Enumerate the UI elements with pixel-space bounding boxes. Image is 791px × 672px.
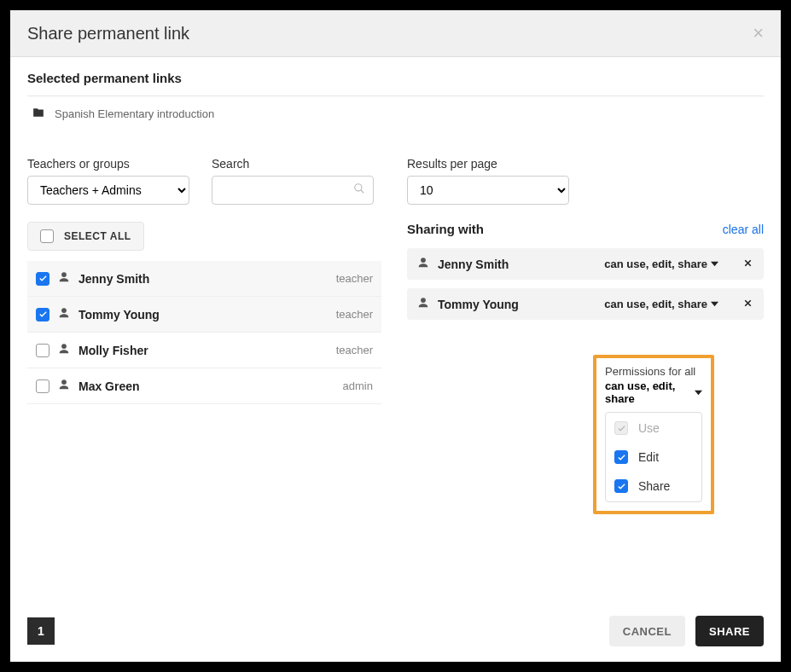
caret-down-icon [695, 386, 702, 399]
folder-icon [31, 107, 46, 121]
person-checkbox[interactable] [36, 379, 49, 393]
person-role: teacher [336, 272, 373, 285]
caret-down-icon [711, 258, 718, 270]
pagination-current[interactable]: 1 [27, 617, 55, 645]
sharing-row: Jenny Smith can use, edit, share [407, 248, 764, 280]
permission-option-use: Use [614, 421, 693, 435]
list-item[interactable]: Jenny Smith teacher [27, 261, 381, 297]
permissions-summary-dropdown[interactable]: can use, edit, share [605, 379, 702, 405]
teachers-groups-label: Teachers or groups [27, 157, 189, 171]
permission-option-edit[interactable]: Edit [614, 450, 693, 464]
person-icon [58, 343, 70, 357]
person-checkbox[interactable] [36, 272, 49, 286]
permissions-caption: Permissions for all [605, 365, 702, 378]
share-checkbox[interactable] [614, 479, 628, 493]
selected-link-row: Spanish Elementary introduction [27, 96, 764, 131]
person-role: teacher [336, 308, 373, 321]
close-icon[interactable]: × [753, 22, 764, 44]
permission-option-share[interactable]: Share [614, 479, 693, 493]
teachers-groups-select[interactable]: Teachers + Admins [27, 176, 189, 205]
caret-down-icon [711, 298, 718, 310]
permissions-options: Use Edit Share [605, 412, 702, 502]
selected-links-heading: Selected permanent links [27, 71, 764, 85]
modal-header: Share permanent link × [10, 10, 781, 57]
list-item[interactable]: Max Green admin [27, 368, 381, 404]
person-role: teacher [336, 344, 373, 356]
sharing-with-heading: Sharing with [407, 222, 484, 236]
permissions-summary-label: can use, edit, share [605, 379, 691, 405]
remove-icon[interactable] [742, 298, 753, 311]
person-name: Molly Fisher [79, 344, 148, 357]
permissions-for-all-panel: Permissions for all can use, edit, share… [593, 355, 714, 514]
permission-label: can use, edit, share [604, 298, 707, 310]
svg-line-1 [361, 190, 364, 194]
search-icon [353, 182, 365, 198]
person-name: Max Green [79, 379, 140, 393]
search-input[interactable] [212, 176, 374, 205]
person-icon [58, 379, 70, 393]
search-label: Search [212, 157, 374, 171]
edit-checkbox[interactable] [614, 450, 628, 464]
list-item[interactable]: Tommy Young teacher [27, 297, 381, 333]
permission-option-label: Use [638, 421, 660, 435]
clear-all-link[interactable]: clear all [723, 223, 764, 236]
remove-icon[interactable] [742, 258, 753, 271]
permission-label: can use, edit, share [604, 258, 707, 270]
permission-option-label: Edit [638, 450, 659, 464]
person-role: admin [343, 379, 373, 392]
person-icon [58, 271, 70, 286]
sharing-name: Tommy Young [438, 298, 519, 311]
select-all-label: SELECT ALL [64, 230, 131, 242]
person-icon [417, 257, 429, 271]
select-all-button[interactable]: SELECT ALL [27, 222, 144, 251]
people-list: Jenny Smith teacher Tommy Young teacher … [27, 261, 381, 404]
sharing-row: Tommy Young can use, edit, share [407, 288, 764, 320]
list-item[interactable]: Molly Fisher teacher [27, 333, 381, 368]
cancel-button[interactable]: CANCEL [609, 616, 685, 646]
permission-dropdown[interactable]: can use, edit, share [604, 258, 718, 270]
modal-footer: 1 CANCEL SHARE [27, 616, 764, 646]
permission-dropdown[interactable]: can use, edit, share [604, 298, 718, 310]
permission-option-label: Share [638, 479, 670, 493]
person-name: Jenny Smith [79, 272, 149, 286]
select-all-checkbox[interactable] [40, 229, 54, 243]
sharing-name: Jenny Smith [438, 258, 509, 271]
person-icon [417, 297, 429, 311]
results-per-page-label: Results per page [407, 157, 764, 171]
person-checkbox[interactable] [36, 344, 49, 357]
svg-point-0 [355, 184, 362, 191]
share-permanent-link-modal: Share permanent link × Selected permanen… [0, 0, 791, 672]
person-name: Tommy Young [79, 308, 160, 322]
use-checkbox [614, 421, 628, 435]
person-icon [58, 307, 70, 322]
modal-title: Share permanent link [27, 24, 189, 43]
results-per-page-select[interactable]: 10 [407, 176, 569, 205]
left-column: Teachers or groups Teachers + Admins Sea… [27, 157, 381, 404]
share-button[interactable]: SHARE [695, 616, 764, 646]
selected-link-name: Spanish Elementary introduction [55, 107, 214, 120]
person-checkbox[interactable] [36, 308, 49, 322]
